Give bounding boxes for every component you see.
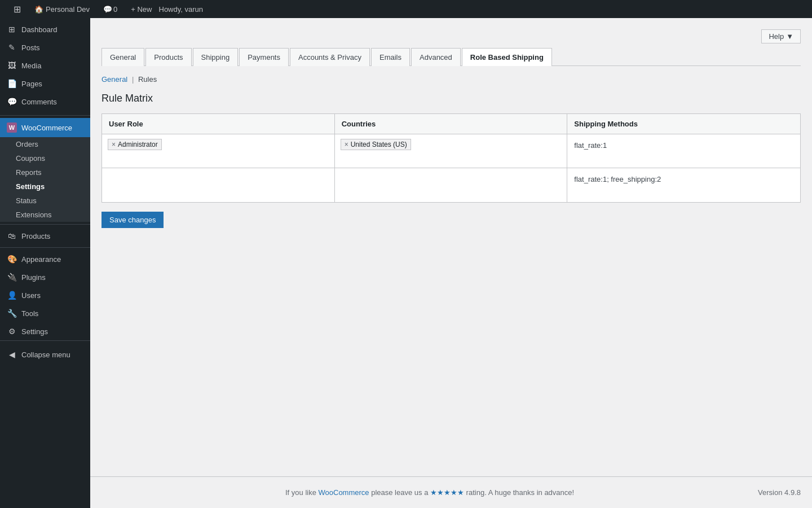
- wp-logo-item[interactable]: ⊞: [7, 0, 28, 18]
- save-changes-button[interactable]: Save changes: [102, 212, 164, 228]
- sidebar-item-users[interactable]: 👤 Users: [0, 286, 90, 304]
- sidebar-sub-orders[interactable]: Orders: [0, 137, 90, 151]
- sidebar-label-posts: Posts: [21, 43, 40, 52]
- tab-products[interactable]: Products: [145, 48, 191, 66]
- wp-logo-icon: ⊞: [14, 4, 21, 15]
- sidebar-label-products: Products: [21, 232, 50, 240]
- sidebar-label-woocommerce: WooCommerce: [21, 124, 72, 132]
- tabs-row: General Products Shipping Payments Accou…: [102, 48, 801, 66]
- woocommerce-icon: W: [7, 122, 17, 133]
- comments-icon: 💬: [103, 5, 112, 14]
- collapse-label: Collapse menu: [21, 351, 70, 359]
- row1-countries-cell[interactable]: × United States (US): [335, 134, 568, 168]
- sidebar-item-posts[interactable]: ✎ Posts: [0, 38, 90, 56]
- sidebar-label-dashboard: Dashboard: [21, 25, 58, 34]
- sidebar-item-comments[interactable]: 💬 Comments: [0, 93, 90, 111]
- site-name: Personal Dev: [46, 5, 90, 14]
- sidebar-label-plugins: Plugins: [21, 273, 46, 282]
- tools-icon: 🔧: [7, 309, 17, 318]
- help-label: Help: [769, 32, 784, 41]
- sidebar-item-settings[interactable]: ⚙ Settings: [0, 322, 90, 340]
- sidebar-sub-coupons[interactable]: Coupons: [0, 151, 90, 165]
- footer-version: Version 4.9.8: [758, 488, 801, 497]
- sidebar-item-tools[interactable]: 🔧 Tools: [0, 304, 90, 322]
- table-row: flat_rate:1; free_shipping:2: [102, 168, 800, 202]
- sidebar-sub-settings[interactable]: Settings: [0, 179, 90, 194]
- tab-emails[interactable]: Emails: [371, 48, 410, 66]
- footer: If you like WooCommerce please leave us …: [90, 476, 812, 508]
- dashboard-icon: ⊞: [7, 25, 17, 34]
- tab-accounts-privacy[interactable]: Accounts & Privacy: [290, 48, 370, 66]
- sidebar-label-comments: Comments: [21, 98, 57, 106]
- row2-user-role-cell[interactable]: [102, 168, 335, 202]
- tag-united-states: × United States (US): [341, 139, 411, 150]
- new-content-item[interactable]: + New: [124, 0, 158, 18]
- table-row: × Administrator × United States (US) fla…: [102, 134, 800, 168]
- sidebar-sub-extensions[interactable]: Extensions: [0, 208, 90, 222]
- sidebar-item-dashboard[interactable]: ⊞ Dashboard: [0, 20, 90, 38]
- posts-icon: ✎: [7, 43, 17, 52]
- media-icon: 🖼: [7, 61, 17, 70]
- tab-advanced[interactable]: Advanced: [411, 48, 461, 66]
- pages-icon: 📄: [7, 79, 17, 88]
- admin-bar: ⊞ 🏠 Personal Dev 💬 0 + New Howdy, varun: [0, 0, 812, 18]
- help-button[interactable]: Help ▼: [761, 29, 801, 43]
- comments-count: 0: [113, 5, 117, 14]
- row2-shipping-methods-cell[interactable]: flat_rate:1; free_shipping:2: [567, 168, 800, 202]
- sidebar-label-media: Media: [21, 62, 41, 70]
- sidebar-item-products[interactable]: 🛍 Products: [0, 227, 90, 245]
- sidebar-sub-label-reports: Reports: [16, 168, 42, 177]
- users-icon: 👤: [7, 291, 17, 300]
- header-shipping-methods: Shipping Methods: [567, 114, 800, 134]
- help-arrow-icon: ▼: [786, 32, 793, 41]
- breadcrumb: General | Rules: [102, 75, 801, 84]
- tab-shipping[interactable]: Shipping: [193, 48, 239, 66]
- howdy-text: Howdy, varun: [159, 5, 204, 14]
- sidebar-sub-label-settings: Settings: [16, 182, 45, 191]
- sidebar-sub-label-status: Status: [16, 196, 37, 205]
- sidebar-item-appearance[interactable]: 🎨 Appearance: [0, 250, 90, 268]
- row1-user-role-cell[interactable]: × Administrator: [102, 134, 335, 168]
- admin-home-icon: 🏠: [34, 5, 43, 14]
- tag-remove-us-icon[interactable]: ×: [345, 141, 348, 148]
- row2-countries-cell[interactable]: [335, 168, 568, 202]
- sidebar-label-pages: Pages: [21, 80, 42, 88]
- comments-item[interactable]: 💬 0: [96, 0, 124, 18]
- sidebar-label-settings: Settings: [21, 327, 48, 336]
- tab-role-based-shipping[interactable]: Role Based Shipping: [462, 48, 552, 66]
- sidebar-sub-label-extensions: Extensions: [16, 211, 52, 219]
- sidebar-item-media[interactable]: 🖼 Media: [0, 56, 90, 75]
- footer-text-after: please leave us a: [371, 488, 430, 497]
- rule-matrix: User Role Countries Shipping Methods × A…: [102, 113, 801, 203]
- footer-stars[interactable]: ★★★★★: [430, 488, 464, 497]
- sidebar-sub-label-orders: Orders: [16, 140, 38, 148]
- footer-text-end: rating. A huge thanks in advance!: [466, 488, 575, 497]
- sidebar-item-pages[interactable]: 📄 Pages: [0, 75, 90, 93]
- site-name-item[interactable]: 🏠 Personal Dev: [28, 0, 96, 18]
- main-content: Help ▼ General Products Shipping Payment…: [90, 18, 812, 508]
- sidebar-label-users: Users: [21, 291, 41, 300]
- tag-label-us: United States (US): [351, 141, 407, 148]
- sidebar-sub-status[interactable]: Status: [0, 194, 90, 208]
- sidebar-sub-reports[interactable]: Reports: [0, 165, 90, 179]
- settings-icon: ⚙: [7, 327, 17, 336]
- tab-payments[interactable]: Payments: [239, 48, 289, 66]
- collapse-menu-item[interactable]: ◀ Collapse menu: [0, 345, 90, 364]
- breadcrumb-separator: |: [132, 75, 134, 84]
- tag-label-administrator: Administrator: [118, 141, 158, 148]
- tab-general[interactable]: General: [102, 48, 144, 66]
- products-icon: 🛍: [7, 231, 17, 240]
- footer-text-before: If you like: [285, 488, 319, 497]
- footer-woo-link[interactable]: WooCommerce: [319, 488, 369, 497]
- sidebar-item-plugins[interactable]: 🔌 Plugins: [0, 268, 90, 286]
- row2-shipping-value: flat_rate:1; free_shipping:2: [573, 173, 662, 186]
- row1-shipping-value: flat_rate:1: [573, 139, 608, 152]
- sidebar-label-tools: Tools: [21, 309, 38, 318]
- tag-remove-icon[interactable]: ×: [112, 141, 116, 148]
- sidebar-item-woocommerce[interactable]: W WooCommerce: [0, 118, 90, 137]
- appearance-icon: 🎨: [7, 255, 17, 264]
- header-user-role: User Role: [102, 114, 335, 134]
- row1-shipping-methods-cell[interactable]: flat_rate:1: [567, 134, 800, 168]
- breadcrumb-general-link[interactable]: General: [102, 75, 127, 84]
- collapse-icon: ◀: [7, 350, 17, 359]
